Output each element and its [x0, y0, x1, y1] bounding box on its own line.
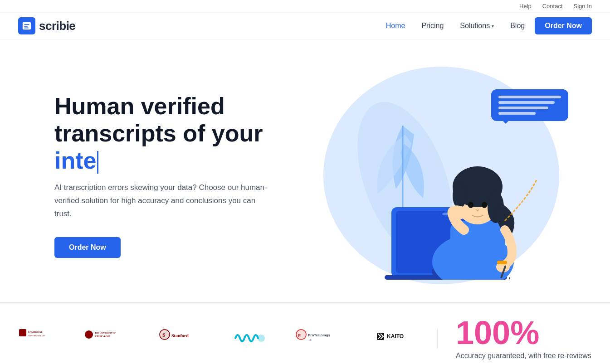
svg-text:ProTrainings: ProTrainings — [308, 333, 330, 337]
hero-content: Human verified transcripts of your inte … — [54, 93, 290, 258]
nav-home[interactable]: Home — [380, 18, 412, 34]
scribie-icon — [22, 21, 32, 31]
svg-point-15 — [453, 183, 466, 209]
svg-text:KAITO: KAITO — [387, 333, 404, 340]
hero-description: AI transcription errors skewing your dat… — [54, 181, 272, 221]
nav-pricing[interactable]: Pricing — [415, 18, 450, 34]
protrainings-logo: P ProTrainings .uk — [296, 328, 352, 349]
order-now-nav-button[interactable]: Order Now — [535, 17, 592, 34]
logo-icon — [18, 17, 35, 34]
top-bar: Help Contact Sign In — [0, 0, 610, 13]
svg-rect-2 — [24, 26, 28, 27]
nav-blog[interactable]: Blog — [504, 18, 531, 34]
hero-section: Human verified transcripts of your inte … — [0, 39, 610, 302]
stanford-logo: S Stanford — [159, 328, 207, 349]
wave-logo — [229, 328, 274, 349]
chevron-down-icon: ▾ — [492, 24, 494, 29]
svg-rect-22 — [497, 261, 507, 264]
main-nav: scribie Home Pricing Solutions ▾ Blog Or… — [0, 13, 610, 39]
speech-bubble — [491, 89, 568, 121]
signin-link[interactable]: Sign In — [574, 3, 592, 10]
cambridge-logo: CAMBRIDGE UNIVERSITY PRESS — [18, 328, 63, 349]
contact-link[interactable]: Contact — [542, 3, 563, 10]
hero-heading: Human verified transcripts of your inte — [54, 93, 290, 174]
svg-rect-23 — [19, 329, 26, 336]
svg-rect-3 — [24, 28, 29, 29]
nav-solutions[interactable]: Solutions ▾ — [454, 18, 500, 34]
accuracy-stat: 100% — [456, 316, 592, 349]
hero-order-now-button[interactable]: Order Now — [54, 237, 121, 258]
svg-text:P: P — [298, 333, 301, 338]
svg-text:CHICAGO: CHICAGO — [95, 335, 111, 338]
svg-text:.uk: .uk — [308, 339, 312, 341]
svg-text:S: S — [162, 332, 166, 338]
logos-strip: CAMBRIDGE UNIVERSITY PRESS THE UNIVERSIT… — [18, 328, 438, 349]
logo-text: scribie — [39, 19, 75, 33]
help-link[interactable]: Help — [519, 3, 532, 10]
svg-text:Stanford: Stanford — [171, 333, 189, 338]
logo[interactable]: scribie — [18, 17, 75, 34]
svg-point-17 — [482, 202, 487, 208]
svg-point-34 — [296, 329, 307, 340]
svg-point-33 — [258, 335, 265, 342]
kaito-logo: KAITO — [374, 328, 419, 349]
svg-rect-26 — [85, 330, 93, 339]
svg-text:UNIVERSITY PRESS: UNIVERSITY PRESS — [28, 335, 45, 337]
stats-right: 100% Accuracy guaranteed, with free re-r… — [438, 316, 592, 360]
svg-rect-1 — [24, 24, 29, 25]
svg-point-16 — [468, 202, 473, 208]
svg-text:CAMBRIDGE: CAMBRIDGE — [28, 331, 43, 333]
hero-illustration — [290, 67, 592, 284]
nav-links: Home Pricing Solutions ▾ Blog Order Now — [380, 17, 592, 34]
logos-section: CAMBRIDGE UNIVERSITY PRESS THE UNIVERSIT… — [0, 302, 610, 364]
svg-marker-21 — [508, 277, 510, 280]
chicago-logo: THE UNIVERSITY OF CHICAGO — [85, 328, 137, 349]
svg-text:THE UNIVERSITY OF: THE UNIVERSITY OF — [95, 332, 116, 334]
accuracy-label: Accuracy guaranteed, with free re-review… — [456, 352, 592, 360]
illustration-container — [314, 71, 568, 280]
svg-point-18 — [453, 206, 468, 219]
hero-typed-text: inte — [54, 147, 96, 174]
cursor-blink — [97, 151, 98, 174]
